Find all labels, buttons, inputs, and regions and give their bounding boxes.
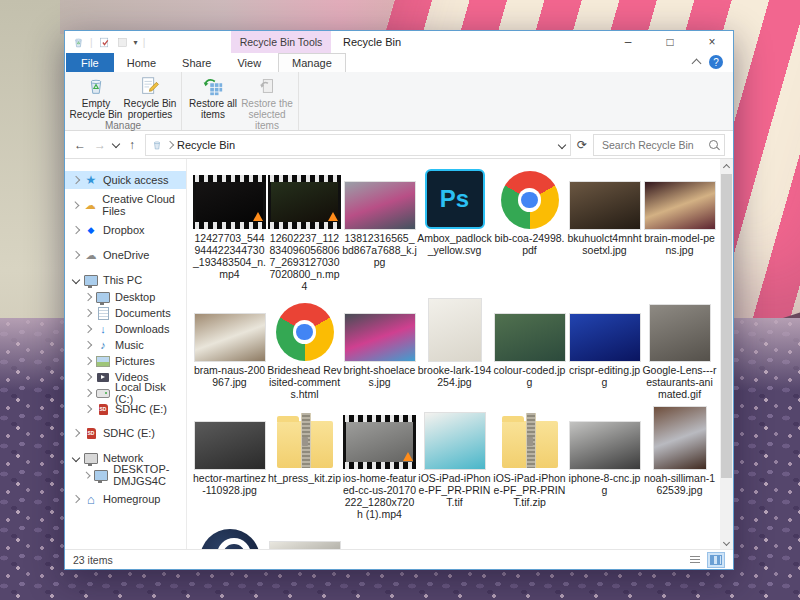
- file-item-bkuhuolct4mnhtsoetxl-jpg[interactable]: bkuhuolct4mnhtsoetxl.jpg: [567, 165, 642, 292]
- new-folder-icon[interactable]: [116, 36, 129, 49]
- tab-view[interactable]: View: [224, 53, 274, 72]
- sidebar-item-downloads[interactable]: ↓Downloads: [65, 321, 186, 337]
- file-item-colour-coded-jpg[interactable]: colour-coded.jpg: [492, 297, 567, 400]
- sidebar-item-quick-access[interactable]: ★Quick access: [65, 171, 186, 189]
- file-item-hector-martinez-110928-jpg[interactable]: hector-martinez-110928.jpg: [192, 405, 267, 520]
- sidebar-item-homegroup[interactable]: ⌂Homegroup: [65, 490, 186, 508]
- chevron-right-icon[interactable]: [72, 251, 80, 259]
- contextual-tab-header[interactable]: Recycle Bin Tools: [231, 31, 331, 53]
- sidebar-item-onedrive[interactable]: ☁OneDrive: [65, 246, 186, 264]
- file-item-bram-naus-200967-jpg[interactable]: bram-naus-200967.jpg: [192, 297, 267, 400]
- sidebar-item-music[interactable]: ♪Music: [65, 337, 186, 353]
- sidebar-item-local-disk-c-[interactable]: Local Disk (C:): [65, 385, 186, 401]
- content-pane: 12427703_544944422344730_193483504_n.mp4…: [187, 159, 733, 549]
- forward-icon[interactable]: →: [93, 138, 107, 152]
- address-dropdown-icon[interactable]: [558, 140, 566, 148]
- up-icon[interactable]: ↑: [125, 138, 139, 152]
- chevron-down-icon[interactable]: [72, 454, 80, 462]
- collapse-ribbon-icon[interactable]: [692, 59, 702, 69]
- scroll-up-icon[interactable]: [720, 159, 733, 173]
- help-icon[interactable]: ?: [709, 55, 723, 69]
- chevron-right-icon[interactable]: [84, 341, 92, 349]
- search-icon[interactable]: [709, 140, 718, 149]
- chevron-right-icon[interactable]: [84, 293, 92, 301]
- chevron-down-icon[interactable]: [72, 276, 80, 284]
- file-item-brain-model-pens-jpg[interactable]: brain-model-pens.jpg: [642, 165, 717, 292]
- ribbon-tab-row: File Home Share View Manage ?: [65, 53, 733, 72]
- address-box[interactable]: Recycle Bin: [145, 134, 571, 156]
- file-item-12427703-544944422344730-19348[interactable]: 12427703_544944422344730_193483504_n.mp4: [192, 165, 267, 292]
- sidebar-item-documents[interactable]: Documents: [65, 305, 186, 321]
- sidebar-item-sdhc-e-[interactable]: SDSDHC (E:): [65, 424, 186, 442]
- customize-qat-caret-icon[interactable]: ▾: [134, 38, 138, 47]
- search-input[interactable]: [600, 138, 705, 152]
- chevron-right-icon[interactable]: [72, 201, 80, 209]
- chevron-right-icon[interactable]: [72, 176, 80, 184]
- file-item-noah-silliman-162539-jpg[interactable]: noah-silliman-162539.jpg: [642, 405, 717, 520]
- file-item[interactable]: [192, 525, 267, 549]
- tab-share[interactable]: Share: [169, 53, 224, 72]
- file-name-label: 12427703_544944422344730_193483504_n.mp4: [192, 232, 267, 280]
- file-item-ht-press-kit-zip[interactable]: ht_press_kit.zip: [267, 405, 342, 520]
- file-item-ambox-padlock-yellow-svg[interactable]: PsAmbox_padlock_yellow.svg: [417, 165, 492, 292]
- recycle-bin-properties-button[interactable]: Recycle Bin properties: [123, 74, 177, 120]
- sidebar-item-desktop[interactable]: Desktop: [65, 289, 186, 305]
- details-view-toggle[interactable]: [686, 552, 704, 568]
- file-item-ios-home-featured-cc-us-201702[interactable]: ios-home-featured-cc-us-20170222_1280x72…: [342, 405, 417, 520]
- chevron-right-icon[interactable]: [84, 405, 92, 413]
- close-button[interactable]: ×: [691, 31, 733, 53]
- refresh-icon[interactable]: ⟳: [577, 138, 587, 152]
- chevron-right-icon[interactable]: [84, 325, 92, 333]
- file-item-crispr-editing-jpg[interactable]: crispr-editing.jpg: [567, 297, 642, 400]
- file-name-label: Google-Lens---restaurants-animated.gif: [642, 364, 717, 400]
- scroll-down-icon[interactable]: [720, 535, 733, 549]
- vertical-scrollbar[interactable]: [720, 159, 733, 549]
- file-item-iphone-8-cnc-jpg[interactable]: iphone-8-cnc.jpg: [567, 405, 642, 520]
- scrollbar-thumb[interactable]: [721, 174, 732, 478]
- monitor-icon: [84, 274, 98, 287]
- sidebar-item-creative-cloud-files[interactable]: ☁Creative Cloud Files: [65, 196, 186, 214]
- chevron-right-icon[interactable]: [84, 471, 91, 478]
- maximize-button[interactable]: □: [649, 31, 691, 53]
- chevron-right-icon[interactable]: [72, 429, 80, 437]
- file-item-13812316565-bd867a7688-k-jpg[interactable]: 13812316565_bd867a7688_k.jpg: [342, 165, 417, 292]
- minimize-button[interactable]: –: [607, 31, 649, 53]
- chevron-right-icon[interactable]: [84, 357, 92, 365]
- dropbox-icon: ◆: [84, 224, 98, 237]
- tab-file[interactable]: File: [66, 53, 114, 72]
- restore-selected-items-button[interactable]: Restore the selected items: [240, 74, 294, 131]
- file-item-12602237-1128340960568067-2693[interactable]: 12602237_1128340960568067_26931270307020…: [267, 165, 342, 292]
- recycle-bin-icon[interactable]: [72, 36, 85, 49]
- chevron-right-icon[interactable]: [72, 495, 80, 503]
- file-item-brideshead-revisited-comments-[interactable]: Brideshead Revisited-comments.html: [267, 297, 342, 400]
- file-item-ios-ipad-iphone-pf-pr-print-ti[interactable]: iOS-iPad-iPhone-PF_PR-PRINT.tif: [417, 405, 492, 520]
- recent-locations-chevron-icon[interactable]: [112, 139, 120, 147]
- sidebar-item-this-pc[interactable]: This PC: [65, 271, 186, 289]
- empty-recycle-bin-button[interactable]: Empty Recycle Bin: [69, 74, 123, 120]
- sidebar-item-dropbox[interactable]: ◆Dropbox: [65, 221, 186, 239]
- photo-thumbnail: [195, 422, 265, 469]
- large-icons-view-toggle[interactable]: [707, 552, 725, 568]
- file-item-bright-shoelaces-jpg[interactable]: bright-shoelaces.jpg: [342, 297, 417, 400]
- tab-home[interactable]: Home: [114, 53, 169, 72]
- sidebar-item-desktop-dmjgs4c[interactable]: DESKTOP-DMJGS4C: [65, 467, 186, 483]
- file-item-brooke-lark-194254-jpg[interactable]: brooke-lark-194254.jpg: [417, 297, 492, 400]
- chevron-right-icon[interactable]: [72, 226, 80, 234]
- file-item[interactable]: [267, 525, 342, 549]
- file-item-ios-ipad-iphone-pf-pr-print-ti[interactable]: iOS-iPad-iPhone-PF_PR-PRINT.tif.zip: [492, 405, 567, 520]
- file-item-google-lens-restaurants-animat[interactable]: Google-Lens---restaurants-animated.gif: [642, 297, 717, 400]
- tab-manage[interactable]: Manage: [278, 53, 346, 72]
- restore-all-items-button[interactable]: Restore all items: [186, 74, 240, 120]
- chevron-right-icon[interactable]: [84, 389, 92, 397]
- breadcrumb[interactable]: Recycle Bin: [177, 139, 235, 151]
- sidebar-item-pictures[interactable]: Pictures: [65, 353, 186, 369]
- chevron-right-icon[interactable]: [84, 309, 92, 317]
- file-item-bib-coa-24998-pdf[interactable]: bib-coa-24998.pdf: [492, 165, 567, 292]
- back-icon[interactable]: ←: [73, 138, 87, 152]
- photo-thumbnail: [570, 314, 640, 361]
- properties-icon[interactable]: [98, 36, 111, 49]
- sidebar-item-label: This PC: [103, 274, 142, 286]
- file-name-label: bib-coa-24998.pdf: [492, 232, 567, 256]
- chevron-right-icon[interactable]: [84, 373, 92, 381]
- search-box[interactable]: [593, 134, 725, 156]
